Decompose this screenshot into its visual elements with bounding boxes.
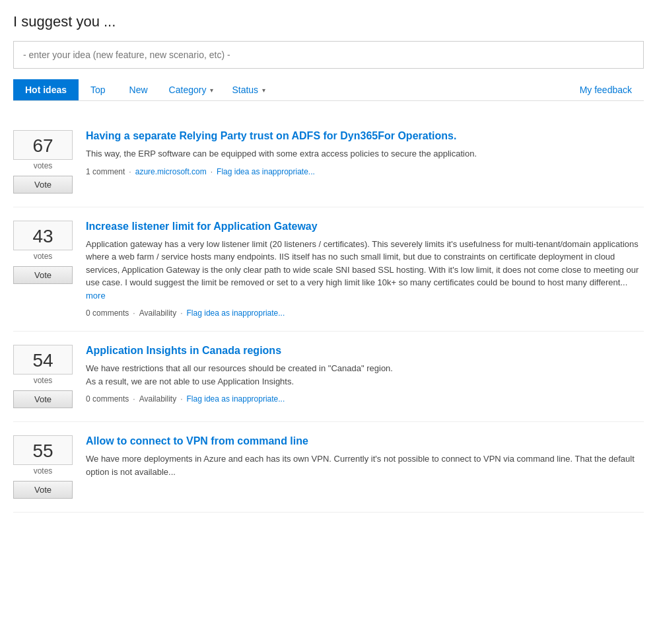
vote-count: 67 (13, 130, 73, 160)
idea-description: We have restrictions that all our resour… (86, 362, 644, 388)
category-dropdown[interactable]: Category ▾ (160, 79, 223, 100)
idea-meta: 1 comment · azure.microsoft.com · Flag i… (86, 167, 644, 176)
idea-description: Application gateway has a very low liste… (86, 238, 644, 303)
vote-box: 55votesVote (13, 435, 73, 499)
idea-title[interactable]: Increase listener limit for Application … (86, 221, 644, 233)
category-label: Category (169, 85, 207, 95)
vote-box: 54votesVote (13, 345, 73, 408)
status-label: Status (232, 85, 258, 95)
tab-hot-ideas[interactable]: Hot ideas (13, 79, 79, 100)
votes-label: votes (34, 466, 53, 476)
votes-label: votes (34, 376, 53, 385)
tab-new[interactable]: New (118, 79, 160, 100)
vote-button[interactable]: Vote (13, 481, 73, 499)
vote-box: 43votesVote (13, 221, 73, 318)
votes-label: votes (34, 252, 53, 261)
vote-box: 67votesVote (13, 130, 73, 194)
votes-label: votes (34, 161, 53, 170)
idea-input[interactable] (13, 41, 644, 69)
my-feedback-tab[interactable]: My feedback (568, 79, 644, 100)
status-dropdown-arrow: ▾ (262, 87, 265, 94)
flag-link[interactable]: Flag idea as inappropriate... (187, 394, 285, 404)
idea-meta: 0 comments · Availability · Flag idea as… (86, 308, 644, 318)
list-item: 54votesVoteApplication Insights in Canad… (13, 332, 644, 422)
vote-count: 55 (13, 435, 73, 465)
vote-count: 54 (13, 345, 73, 375)
idea-description: This way, the ERP software can be equipp… (86, 147, 644, 161)
list-item: 55votesVoteAllow to connect to VPN from … (13, 422, 644, 513)
list-item: 67votesVoteHaving a separate Relying Par… (13, 117, 644, 207)
idea-title[interactable]: Having a separate Relying Party trust on… (86, 130, 644, 142)
category-tag: Availability (139, 394, 176, 404)
idea-title[interactable]: Allow to connect to VPN from command lin… (86, 435, 644, 447)
vote-button[interactable]: Vote (13, 176, 73, 194)
idea-list: 67votesVoteHaving a separate Relying Par… (13, 117, 644, 513)
page-title: I suggest you ... (13, 13, 644, 30)
idea-description: We have more deployments in Azure and ea… (86, 452, 644, 478)
filter-bar: Hot ideas Top New Category ▾ Status ▾ My… (13, 79, 644, 101)
idea-content: Application Insights in Canada regionsWe… (86, 345, 644, 408)
tab-top[interactable]: Top (79, 79, 118, 100)
flag-link[interactable]: Flag idea as inappropriate... (187, 308, 285, 318)
category-dropdown-arrow: ▾ (210, 87, 213, 94)
flag-link[interactable]: Flag idea as inappropriate... (217, 167, 315, 176)
status-dropdown[interactable]: Status ▾ (223, 79, 275, 100)
comments-count: 0 comments (86, 308, 129, 318)
comments-count: 0 comments (86, 394, 129, 404)
source-link[interactable]: azure.microsoft.com (135, 167, 207, 176)
vote-button[interactable]: Vote (13, 266, 73, 284)
vote-button[interactable]: Vote (13, 390, 73, 408)
idea-content: Allow to connect to VPN from command lin… (86, 435, 644, 499)
idea-content: Increase listener limit for Application … (86, 221, 644, 318)
comments-count: 1 comment (86, 167, 125, 176)
more-link[interactable]: more (86, 291, 106, 301)
idea-title[interactable]: Application Insights in Canada regions (86, 345, 644, 357)
idea-content: Having a separate Relying Party trust on… (86, 130, 644, 194)
vote-count: 43 (13, 221, 73, 250)
idea-meta: 0 comments · Availability · Flag idea as… (86, 394, 644, 404)
category-tag: Availability (139, 308, 176, 318)
list-item: 43votesVoteIncrease listener limit for A… (13, 207, 644, 332)
